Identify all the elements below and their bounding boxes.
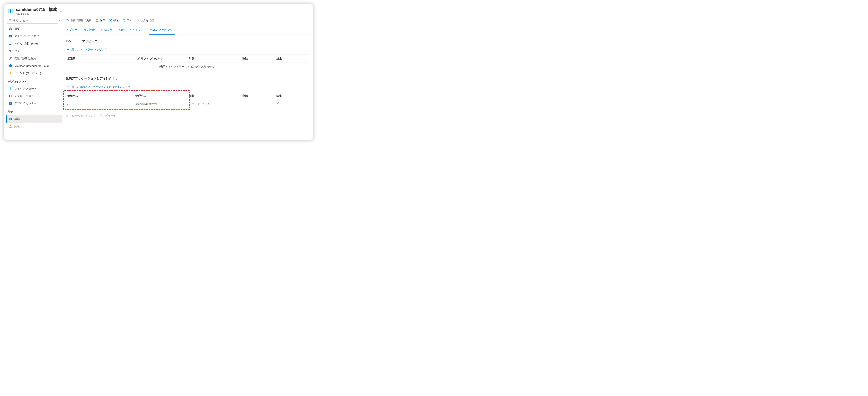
virtual-applications-table: 仮想パス 物理パス 種類 削除 編集 / site\wwwroot\www アプ… — [66, 92, 309, 108]
table-row: / site\wwwroot\www アプリケーション — [66, 100, 309, 108]
handler-mappings-heading: ハンドラー マッピング — [66, 39, 309, 43]
svg-rect-10 — [10, 36, 11, 37]
handler-empty-row: (表示するハンドラー マッピングがありません) — [66, 63, 309, 71]
sidebar-item-iam[interactable]: アクセス制御 (IAM) — [6, 40, 62, 47]
people-icon — [9, 42, 12, 45]
tab-default-documents[interactable]: 既定のドキュメント — [118, 27, 144, 35]
tab-bar: アプリケーション設定 全般設定 既定のドキュメント パスのマッピング * — [62, 25, 313, 35]
plus-icon: ＋ — [66, 85, 70, 89]
col-arguments: 引数 — [187, 55, 241, 63]
cell-delete — [241, 100, 275, 108]
sidebar-search[interactable] — [7, 18, 58, 24]
svg-rect-18 — [9, 118, 10, 120]
sidebar-item-tags[interactable]: タグ — [6, 47, 62, 55]
col-script-processor: スクリプト プロセッサ — [134, 55, 187, 63]
refresh-icon — [66, 19, 69, 22]
app-service-icon — [8, 8, 13, 14]
configuration-icon — [9, 117, 12, 121]
deployment-center-icon — [9, 102, 12, 105]
storage-mount-heading: ストレージのマウント (プレビュー) — [66, 114, 309, 118]
col-delete: 削除 — [241, 55, 275, 63]
add-handler-mapping-button[interactable]: ＋ 新しいハンドラー マッピング — [66, 46, 309, 53]
svg-line-4 — [11, 21, 11, 22]
edit-row-button[interactable] — [277, 103, 280, 106]
sidebar-item-defender[interactable]: Microsoft Defender for Cloud — [6, 62, 62, 69]
tag-icon — [9, 49, 12, 53]
sidebar-item-label: イベント (プレビュー) — [14, 71, 41, 75]
col-extension: 拡張子 — [66, 55, 134, 63]
svg-rect-19 — [10, 118, 11, 120]
wrench-icon — [9, 57, 12, 60]
svg-point-12 — [11, 43, 11, 44]
svg-rect-0 — [8, 9, 9, 13]
sidebar-item-deployment-center[interactable]: デプロイ センター — [6, 100, 62, 107]
svg-rect-2 — [11, 9, 12, 13]
sidebar-item-label: タグ — [14, 49, 20, 53]
sidebar-item-slots[interactable]: デプロイ スロット — [6, 92, 62, 100]
sidebar: « 概要 アクティビティ ログ アクセス制御 (IAM) タグ 問題の診断と解決 — [4, 16, 62, 140]
sidebar-item-label: アクセス制御 (IAM) — [14, 42, 38, 45]
svg-rect-20 — [11, 118, 12, 120]
collapse-sidebar-icon[interactable]: « — [59, 19, 61, 22]
cell-physical-path: site\wwwroot\www — [134, 100, 187, 108]
sidebar-item-label: 概要 — [14, 27, 20, 31]
shield-icon — [9, 64, 12, 68]
sidebar-item-events[interactable]: イベント (プレビュー) — [6, 69, 62, 77]
svg-rect-22 — [96, 19, 97, 20]
sidebar-item-authentication[interactable]: 認証 — [6, 123, 62, 130]
sidebar-item-activity-log[interactable]: アクティビティ ログ — [6, 33, 62, 40]
add-virtual-application-button[interactable]: ＋ 新しい仮想アプリケーションまたはディレクトリ — [66, 83, 309, 90]
tab-application-settings[interactable]: アプリケーション設定 — [66, 27, 95, 35]
sidebar-item-configuration[interactable]: 構成 — [6, 115, 62, 123]
svg-rect-16 — [11, 95, 12, 97]
sidebar-item-overview[interactable]: 概要 — [6, 25, 62, 33]
col-physical-path: 物理パス — [134, 92, 187, 100]
feedback-button[interactable]: フィードバックを送信 — [123, 19, 154, 22]
sidebar-item-quickstart[interactable]: クイック スタート — [6, 85, 62, 92]
cell-virtual-path: / — [66, 100, 134, 108]
sidebar-item-label: アクティビティ ログ — [14, 34, 39, 38]
sidebar-item-diagnose[interactable]: 問題の診断と解決 — [6, 55, 62, 62]
favorite-star-icon[interactable]: ☆ — [60, 9, 62, 13]
col-type: 種類 — [187, 92, 241, 100]
svg-point-21 — [10, 125, 11, 126]
close-icon — [109, 19, 112, 22]
sidebar-item-label: クイック スタート — [14, 87, 37, 91]
refresh-button[interactable]: 最新の情報に更新 — [66, 19, 92, 22]
cell-kind: アプリケーション — [187, 100, 241, 108]
save-button[interactable]: 保存 — [95, 19, 105, 22]
sidebar-item-label: 認証 — [14, 125, 20, 128]
sidebar-item-label: Microsoft Defender for Cloud — [14, 64, 49, 67]
sidebar-group-settings: 設定 — [6, 107, 60, 115]
sidebar-item-label: デプロイ センター — [14, 102, 37, 105]
svg-rect-1 — [10, 9, 11, 13]
rocket-icon — [9, 87, 12, 91]
sidebar-item-label: 構成 — [14, 117, 20, 121]
search-icon — [9, 19, 11, 23]
person-icon — [9, 125, 12, 128]
tab-general-settings[interactable]: 全般設定 — [100, 27, 113, 35]
col-virtual-path: 仮想パス — [66, 92, 134, 100]
page-title: samldemo0715 | 構成 — [16, 7, 57, 12]
search-input[interactable] — [13, 19, 56, 22]
svg-point-13 — [10, 50, 10, 51]
heart-icon — [123, 19, 126, 22]
cell-edit — [275, 100, 309, 108]
handler-mappings-table: 拡張子 スクリプト プロセッサ 引数 削除 編集 (表示するハンドラー マッピン… — [66, 55, 309, 71]
more-menu-icon[interactable]: ··· — [65, 9, 68, 13]
col-edit: 編集 — [275, 55, 309, 63]
pencil-icon — [277, 102, 280, 105]
svg-rect-15 — [9, 95, 10, 97]
command-bar: 最新の情報に更新 保存 破棄 フィードバックを送信 — [62, 16, 313, 25]
plus-icon: ＋ — [66, 47, 70, 52]
discard-button[interactable]: 破棄 — [109, 19, 119, 22]
sidebar-group-deployment: デプロイメント — [6, 77, 60, 85]
virtual-applications-heading: 仮想アプリケーションとディレクトリ — [66, 76, 309, 80]
dirty-indicator: * — [174, 28, 175, 31]
col-delete: 削除 — [241, 92, 275, 100]
globe-icon — [9, 27, 12, 31]
svg-point-14 — [10, 88, 11, 89]
save-icon — [95, 19, 99, 22]
slots-icon — [9, 94, 12, 98]
tab-path-mappings[interactable]: パスのマッピング * — [149, 27, 175, 35]
